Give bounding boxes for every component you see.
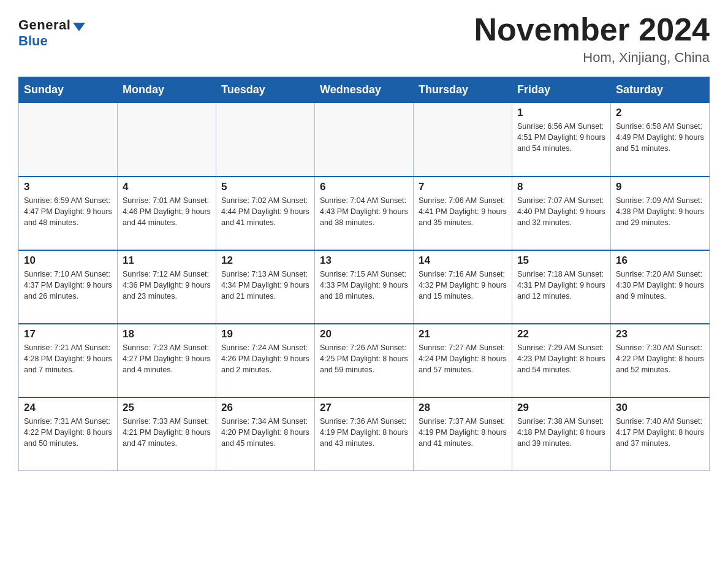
header: General Blue November 2024 Hom, Xinjiang… [18, 12, 710, 66]
calendar-cell: 6Sunrise: 7:04 AM Sunset: 4:43 PM Daylig… [315, 177, 414, 250]
calendar-week-row: 24Sunrise: 7:31 AM Sunset: 4:22 PM Dayli… [19, 397, 710, 471]
calendar-cell: 18Sunrise: 7:23 AM Sunset: 4:27 PM Dayli… [118, 324, 216, 397]
day-info: Sunrise: 7:33 AM Sunset: 4:21 PM Dayligh… [123, 416, 211, 449]
calendar-cell: 17Sunrise: 7:21 AM Sunset: 4:28 PM Dayli… [19, 324, 118, 397]
logo-triangle-icon [73, 23, 85, 31]
calendar-week-row: 3Sunrise: 6:59 AM Sunset: 4:47 PM Daylig… [19, 177, 710, 250]
day-number: 29 [517, 402, 605, 414]
day-number: 19 [221, 328, 309, 340]
calendar-cell: 22Sunrise: 7:29 AM Sunset: 4:23 PM Dayli… [512, 324, 611, 397]
calendar-cell [414, 103, 512, 177]
calendar-cell: 29Sunrise: 7:38 AM Sunset: 4:18 PM Dayli… [512, 397, 611, 471]
day-number: 5 [221, 181, 309, 193]
month-title: November 2024 [474, 12, 710, 47]
calendar-cell: 3Sunrise: 6:59 AM Sunset: 4:47 PM Daylig… [19, 177, 118, 250]
day-number: 15 [517, 255, 605, 267]
day-info: Sunrise: 7:29 AM Sunset: 4:23 PM Dayligh… [517, 342, 605, 375]
day-info: Sunrise: 7:34 AM Sunset: 4:20 PM Dayligh… [221, 416, 309, 449]
weekday-header-monday: Monday [118, 77, 216, 103]
day-info: Sunrise: 7:02 AM Sunset: 4:44 PM Dayligh… [221, 195, 309, 228]
calendar-cell: 26Sunrise: 7:34 AM Sunset: 4:20 PM Dayli… [216, 397, 315, 471]
calendar-cell: 21Sunrise: 7:27 AM Sunset: 4:24 PM Dayli… [414, 324, 512, 397]
day-number: 3 [24, 181, 112, 193]
day-info: Sunrise: 7:09 AM Sunset: 4:38 PM Dayligh… [616, 195, 704, 228]
logo-general-text: General [18, 17, 70, 33]
day-info: Sunrise: 7:24 AM Sunset: 4:26 PM Dayligh… [221, 342, 309, 375]
calendar-cell: 16Sunrise: 7:20 AM Sunset: 4:30 PM Dayli… [611, 250, 710, 324]
day-number: 13 [320, 255, 408, 267]
day-number: 1 [517, 107, 605, 119]
calendar-cell: 11Sunrise: 7:12 AM Sunset: 4:36 PM Dayli… [118, 250, 216, 324]
day-info: Sunrise: 7:20 AM Sunset: 4:30 PM Dayligh… [616, 269, 704, 302]
day-number: 25 [123, 402, 211, 414]
day-number: 4 [123, 181, 211, 193]
calendar-cell: 14Sunrise: 7:16 AM Sunset: 4:32 PM Dayli… [414, 250, 512, 324]
day-number: 20 [320, 328, 408, 340]
day-info: Sunrise: 7:18 AM Sunset: 4:31 PM Dayligh… [517, 269, 605, 302]
day-number: 24 [24, 402, 112, 414]
location: Hom, Xinjiang, China [474, 50, 710, 66]
calendar-cell: 9Sunrise: 7:09 AM Sunset: 4:38 PM Daylig… [611, 177, 710, 250]
day-info: Sunrise: 7:10 AM Sunset: 4:37 PM Dayligh… [24, 269, 112, 302]
day-info: Sunrise: 7:13 AM Sunset: 4:34 PM Dayligh… [221, 269, 309, 302]
day-info: Sunrise: 7:07 AM Sunset: 4:40 PM Dayligh… [517, 195, 605, 228]
day-info: Sunrise: 7:26 AM Sunset: 4:25 PM Dayligh… [320, 342, 408, 375]
day-number: 22 [517, 328, 605, 340]
calendar-table: SundayMondayTuesdayWednesdayThursdayFrid… [18, 77, 710, 471]
calendar-cell: 24Sunrise: 7:31 AM Sunset: 4:22 PM Dayli… [19, 397, 118, 471]
calendar-cell: 15Sunrise: 7:18 AM Sunset: 4:31 PM Dayli… [512, 250, 611, 324]
weekday-header-sunday: Sunday [19, 77, 118, 103]
calendar-cell [315, 103, 414, 177]
calendar-cell [216, 103, 315, 177]
calendar-cell: 1Sunrise: 6:56 AM Sunset: 4:51 PM Daylig… [512, 103, 611, 177]
weekday-header-friday: Friday [512, 77, 611, 103]
calendar-cell: 25Sunrise: 7:33 AM Sunset: 4:21 PM Dayli… [118, 397, 216, 471]
calendar-cell: 12Sunrise: 7:13 AM Sunset: 4:34 PM Dayli… [216, 250, 315, 324]
calendar-cell [118, 103, 216, 177]
day-info: Sunrise: 7:40 AM Sunset: 4:17 PM Dayligh… [616, 416, 704, 449]
day-number: 17 [24, 328, 112, 340]
calendar-cell: 27Sunrise: 7:36 AM Sunset: 4:19 PM Dayli… [315, 397, 414, 471]
weekday-header-thursday: Thursday [414, 77, 512, 103]
calendar-cell: 7Sunrise: 7:06 AM Sunset: 4:41 PM Daylig… [414, 177, 512, 250]
day-number: 30 [616, 402, 704, 414]
day-info: Sunrise: 7:31 AM Sunset: 4:22 PM Dayligh… [24, 416, 112, 449]
calendar-cell: 4Sunrise: 7:01 AM Sunset: 4:46 PM Daylig… [118, 177, 216, 250]
day-info: Sunrise: 7:01 AM Sunset: 4:46 PM Dayligh… [123, 195, 211, 228]
day-info: Sunrise: 7:30 AM Sunset: 4:22 PM Dayligh… [616, 342, 704, 375]
day-info: Sunrise: 7:15 AM Sunset: 4:33 PM Dayligh… [320, 269, 408, 302]
day-info: Sunrise: 7:27 AM Sunset: 4:24 PM Dayligh… [419, 342, 507, 375]
day-number: 6 [320, 181, 408, 193]
day-info: Sunrise: 7:37 AM Sunset: 4:19 PM Dayligh… [419, 416, 507, 449]
calendar-cell: 10Sunrise: 7:10 AM Sunset: 4:37 PM Dayli… [19, 250, 118, 324]
calendar-cell: 28Sunrise: 7:37 AM Sunset: 4:19 PM Dayli… [414, 397, 512, 471]
weekday-header-saturday: Saturday [611, 77, 710, 103]
day-number: 21 [419, 328, 507, 340]
day-info: Sunrise: 7:12 AM Sunset: 4:36 PM Dayligh… [123, 269, 211, 302]
day-info: Sunrise: 7:04 AM Sunset: 4:43 PM Dayligh… [320, 195, 408, 228]
day-number: 2 [616, 107, 704, 119]
day-number: 10 [24, 255, 112, 267]
day-info: Sunrise: 6:56 AM Sunset: 4:51 PM Dayligh… [517, 121, 605, 154]
title-area: November 2024 Hom, Xinjiang, China [474, 12, 710, 66]
day-info: Sunrise: 6:58 AM Sunset: 4:49 PM Dayligh… [616, 121, 704, 154]
day-number: 16 [616, 255, 704, 267]
calendar-cell: 5Sunrise: 7:02 AM Sunset: 4:44 PM Daylig… [216, 177, 315, 250]
day-number: 26 [221, 402, 309, 414]
calendar-cell: 19Sunrise: 7:24 AM Sunset: 4:26 PM Dayli… [216, 324, 315, 397]
day-info: Sunrise: 7:06 AM Sunset: 4:41 PM Dayligh… [419, 195, 507, 228]
day-info: Sunrise: 7:16 AM Sunset: 4:32 PM Dayligh… [419, 269, 507, 302]
day-info: Sunrise: 7:36 AM Sunset: 4:19 PM Dayligh… [320, 416, 408, 449]
day-number: 23 [616, 328, 704, 340]
calendar-cell: 20Sunrise: 7:26 AM Sunset: 4:25 PM Dayli… [315, 324, 414, 397]
day-number: 11 [123, 255, 211, 267]
day-number: 28 [419, 402, 507, 414]
calendar-cell [19, 103, 118, 177]
day-info: Sunrise: 7:23 AM Sunset: 4:27 PM Dayligh… [123, 342, 211, 375]
day-number: 12 [221, 255, 309, 267]
calendar-cell: 13Sunrise: 7:15 AM Sunset: 4:33 PM Dayli… [315, 250, 414, 324]
calendar-cell: 2Sunrise: 6:58 AM Sunset: 4:49 PM Daylig… [611, 103, 710, 177]
day-number: 14 [419, 255, 507, 267]
calendar-cell: 8Sunrise: 7:07 AM Sunset: 4:40 PM Daylig… [512, 177, 611, 250]
logo-blue-text: Blue [18, 33, 48, 49]
